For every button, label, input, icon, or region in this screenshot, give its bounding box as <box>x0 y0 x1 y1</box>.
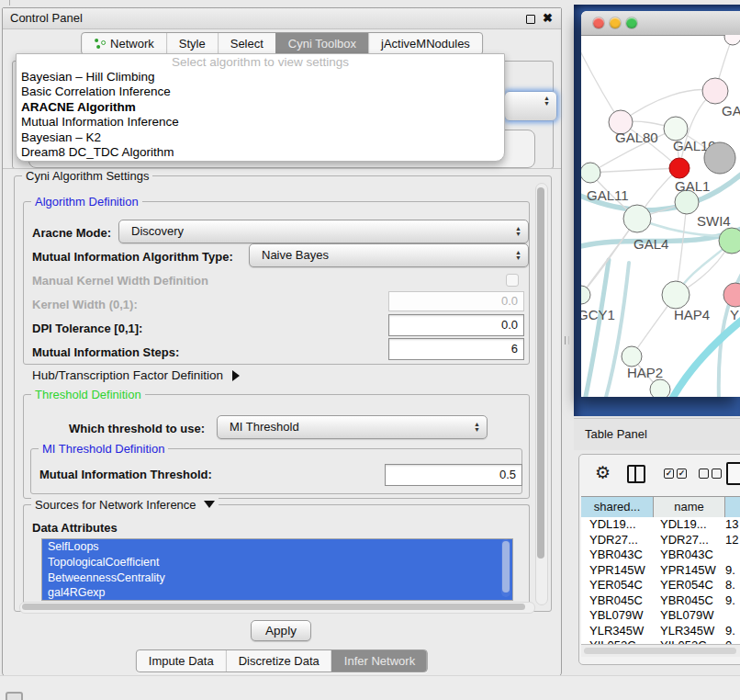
dpi-tolerance-input[interactable]: 0.0 <box>388 314 524 336</box>
node-gray[interactable] <box>704 142 735 174</box>
node-hap4-label: HAP4 <box>674 307 710 322</box>
table-row[interactable]: YBR045CYBR045C9. <box>581 593 740 609</box>
network-window-titlebar[interactable] <box>581 11 740 36</box>
table-horizontal-scrollbar[interactable] <box>581 644 740 657</box>
mi-algorithm-type-combobox[interactable]: Naive Bayes ▲▼ <box>249 243 529 267</box>
tab-network[interactable]: Network <box>82 33 166 54</box>
table-hscrollbar-thumb[interactable] <box>584 648 736 654</box>
tab-impute-data[interactable]: Impute Data <box>137 650 226 672</box>
table-cell: 13 <box>725 517 740 533</box>
kernel-width-input[interactable]: 0.0 <box>388 291 524 311</box>
select-all-icon[interactable]: ✓ <box>664 469 674 479</box>
node-gal-right[interactable] <box>702 78 728 104</box>
bottom-tabbar: Impute Data Discretize Data Infer Networ… <box>136 649 428 672</box>
which-threshold-combobox[interactable]: MI Threshold ▲▼ <box>217 415 488 439</box>
table-row[interactable]: YPR145WYPR145W9. <box>581 563 740 579</box>
split-view-icon[interactable] <box>627 465 645 483</box>
algorithm-option[interactable]: Bayesian – K2 <box>17 130 504 145</box>
table-cell: YBR045C <box>581 593 654 609</box>
tab-network-label: Network <box>110 33 154 54</box>
table-row[interactable]: YDR27...YDR27...12 <box>581 533 740 548</box>
close-traffic-light[interactable] <box>593 17 604 28</box>
data-attribute-item[interactable]: TopologicalCoefficient <box>42 555 512 570</box>
node-bottom-partial[interactable] <box>650 379 670 397</box>
data-attribute-item[interactable]: BetweennessCentrality <box>42 570 512 586</box>
apply-button[interactable]: Apply <box>251 620 311 641</box>
column-header-shared-name[interactable]: shared... <box>581 497 654 517</box>
table-cell: YBR045C <box>654 593 725 609</box>
deselect-all-icon[interactable] <box>712 469 722 479</box>
mi-steps-input[interactable]: 6 <box>388 338 524 360</box>
algorithm-combobox-fragment[interactable]: ▲▼ <box>504 91 557 121</box>
settings-vertical-scrollbar[interactable] <box>535 183 548 605</box>
manual-kernel-width-checkbox[interactable] <box>506 274 519 287</box>
tab-cyni-toolbox[interactable]: Cyni Toolbox <box>275 33 368 54</box>
table-row[interactable]: YLR345WYLR345W9. <box>581 624 740 639</box>
hub-definition-expander[interactable]: Hub/Transcription Factor Definition <box>32 368 240 382</box>
zoom-traffic-light[interactable] <box>626 17 637 28</box>
node-gcy1[interactable] <box>581 286 590 304</box>
network-edge[interactable] <box>590 168 679 173</box>
algorithm-option[interactable]: Dream8 DC_TDC Algorithm <box>17 145 504 160</box>
node-gal4[interactable] <box>623 205 651 232</box>
node-pink-right[interactable] <box>723 283 740 307</box>
attributes-scrollbar-thumb[interactable] <box>502 541 510 593</box>
settings-scrollbar-thumb[interactable] <box>537 187 544 559</box>
settings-hscrollbar-thumb[interactable] <box>22 604 525 610</box>
table-row[interactable]: YBL079WYBL079W <box>581 608 740 624</box>
data-attribute-item[interactable]: SelfLoops <box>42 539 512 555</box>
algorithm-option[interactable]: Mutual Information Inference <box>17 115 504 130</box>
control-panel-titlebar: Control Panel ✖ <box>3 8 561 29</box>
column-header-name[interactable]: name <box>654 497 725 517</box>
node-swi4[interactable] <box>719 228 740 254</box>
deselect-all-icon[interactable] <box>699 469 709 479</box>
attributes-list-scrollbar[interactable] <box>501 539 510 597</box>
threshold-definition-title: Threshold Definition <box>31 388 145 401</box>
network-edge[interactable] <box>585 260 609 397</box>
algorithm-options-list: Bayesian – Hill ClimbingBasic Correlatio… <box>17 70 504 160</box>
cyni-algorithm-settings-title: Cyni Algorithm Settings <box>22 169 152 183</box>
node-gal11-label: GAL11 <box>587 187 629 203</box>
table-row[interactable]: YER054CYER054C8. <box>581 578 740 593</box>
minimize-traffic-light[interactable] <box>610 17 621 28</box>
close-panel-icon[interactable]: ✖ <box>543 13 553 23</box>
network-view-window[interactable]: GALGAL80GAL10GAL1GAL11SWI4GAL4GCY1HAP4YH… <box>581 11 740 397</box>
network-edge[interactable] <box>671 315 740 397</box>
tab-jactivemnodules[interactable]: jActiveMNodules <box>368 33 482 54</box>
algorithm-option[interactable]: Basic Correlation Inference <box>17 85 504 99</box>
network-edge[interactable] <box>581 46 621 122</box>
tab-style[interactable]: Style <box>166 33 218 54</box>
tab-select[interactable]: Select <box>218 33 275 54</box>
app-screen: Control Panel ✖ Network Style Select Cyn… <box>0 0 740 700</box>
network-edge[interactable] <box>605 263 629 397</box>
node-top-partial[interactable] <box>724 35 740 45</box>
docked-window-icon[interactable] <box>6 692 23 700</box>
node-hap4[interactable] <box>662 281 690 309</box>
network-graph-canvas[interactable]: GALGAL80GAL10GAL1GAL11SWI4GAL4GCY1HAP4YH… <box>581 35 740 397</box>
sources-title[interactable]: Sources for Network Inference <box>31 498 219 512</box>
table-row[interactable]: YDL19...YDL19...13 <box>581 517 740 533</box>
table-panel-window: ⚙ ✓ ✓ shared... name YDL19...YDL19...13Y… <box>578 454 740 665</box>
mi-threshold-input[interactable]: 0.5 <box>385 464 522 486</box>
aracne-mode-combobox[interactable]: Discovery ▲▼ <box>118 220 529 243</box>
column-header-partial[interactable] <box>725 497 740 517</box>
panel-splitter-grip[interactable] <box>565 336 569 344</box>
float-window-icon[interactable] <box>526 15 535 24</box>
select-all-icon[interactable]: ✓ <box>677 469 687 479</box>
mi-steps-label: Mutual Information Steps: <box>32 345 179 359</box>
dpi-tolerance-label: DPI Tolerance [0,1]: <box>32 322 142 335</box>
node-red[interactable] <box>669 158 690 178</box>
algorithm-option[interactable]: Bayesian – Hill Climbing <box>17 70 504 85</box>
tab-discretize-data[interactable]: Discretize Data <box>226 650 331 672</box>
tab-infer-network[interactable]: Infer Network <box>331 650 427 672</box>
page-icon[interactable] <box>726 462 740 485</box>
data-attribute-item[interactable]: gal4RGexp <box>42 585 512 601</box>
gear-icon[interactable]: ⚙ <box>595 462 611 483</box>
settings-horizontal-scrollbar[interactable] <box>19 602 535 614</box>
manual-kernel-width-label: Manual Kernel Width Definition <box>32 274 208 288</box>
algorithm-option[interactable]: ARACNE Algorithm <box>17 100 504 115</box>
node-swi4-label: SWI4 <box>697 213 731 229</box>
table-row[interactable]: YBR043CYBR043C <box>581 548 740 563</box>
node-gal11[interactable] <box>581 163 600 183</box>
node-hap2[interactable] <box>622 346 642 367</box>
